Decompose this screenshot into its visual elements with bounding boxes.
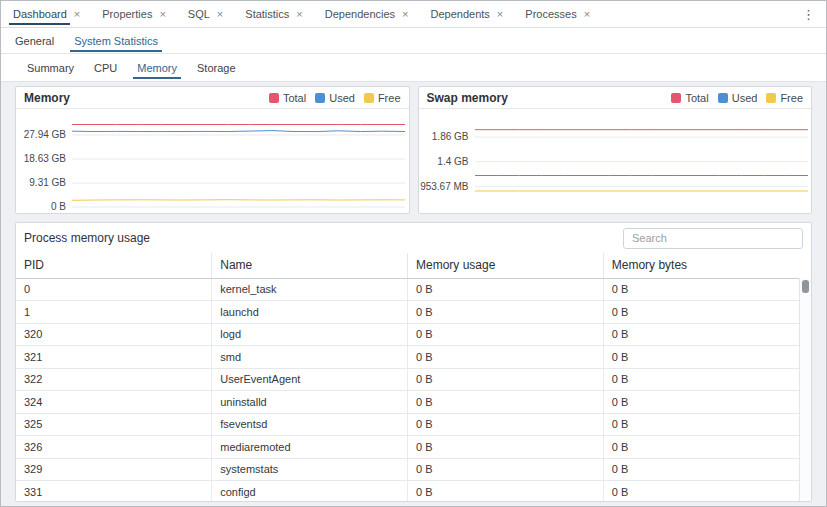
table-cell: 0 B (603, 278, 799, 301)
table-cell: 0 B (408, 413, 604, 436)
table-cell: 320 (16, 323, 212, 346)
tab-system-statistics[interactable]: System Statistics (64, 28, 168, 53)
tab-label: Dependencies (325, 8, 395, 20)
table-cell: 0 B (408, 436, 604, 459)
close-icon[interactable]: × (296, 9, 302, 20)
tab-storage[interactable]: Storage (187, 54, 246, 81)
table-body: 0kernel_task0 B0 B1launchd0 B0 B320logd0… (16, 278, 799, 502)
column-header-pid[interactable]: PID (16, 253, 212, 278)
tab-statistics[interactable]: Statistics× (235, 1, 314, 27)
swap-chart-header: Swap memory TotalUsedFree (419, 87, 812, 109)
tab-label: Dashboard (13, 8, 67, 20)
legend-item-free: Free (766, 92, 803, 104)
tab-processes[interactable]: Processes× (515, 1, 602, 27)
table-cell: smd (212, 346, 408, 369)
swap-chart-title: Swap memory (427, 91, 508, 105)
memory-chart-legend: TotalUsedFree (269, 92, 401, 104)
memory-chart-header: Memory TotalUsedFree (16, 87, 409, 109)
tab-label: Statistics (245, 8, 289, 20)
close-icon[interactable]: × (584, 9, 590, 20)
table-cell: 0 B (408, 346, 604, 369)
search-input[interactable] (623, 228, 803, 249)
legend-label: Free (780, 92, 803, 104)
table-cell: mediaremoted (212, 436, 408, 459)
table-cell: 0 B (603, 301, 799, 324)
tab-dependents[interactable]: Dependents× (421, 1, 516, 27)
table-cell: 0 B (408, 301, 604, 324)
table-row[interactable]: 320logd0 B0 B (16, 323, 799, 346)
tab-dashboard[interactable]: Dashboard× (3, 1, 92, 27)
swap-chart-yaxis: 953.67 MB1.4 GB1.86 GB (419, 109, 475, 213)
tab-dependencies[interactable]: Dependencies× (315, 1, 421, 27)
tab-label: SQL (188, 8, 210, 20)
tab-summary[interactable]: Summary (17, 54, 84, 81)
table-row[interactable]: 329systemstats0 B0 B (16, 458, 799, 481)
table-row[interactable]: 322UserEventAgent0 B0 B (16, 368, 799, 391)
used-swatch-icon (315, 93, 325, 103)
memory-chart-title: Memory (24, 91, 70, 105)
table-header-row: PIDNameMemory usageMemory bytes (16, 253, 799, 278)
table-scrollbar-thumb[interactable] (802, 280, 809, 293)
table-cell: 321 (16, 346, 212, 369)
column-header-name[interactable]: Name (212, 253, 408, 278)
y-axis-tick: 9.31 GB (29, 177, 66, 188)
table-cell: 329 (16, 458, 212, 481)
close-icon[interactable]: × (159, 9, 165, 20)
table-cell: 0 B (603, 413, 799, 436)
swap-chart: 953.67 MB1.4 GB1.86 GB (419, 109, 812, 213)
total-swatch-icon (269, 93, 279, 103)
tab-label: Processes (525, 8, 576, 20)
close-icon[interactable]: × (74, 9, 80, 20)
close-icon[interactable]: × (497, 9, 503, 20)
tab-label: General (15, 35, 54, 47)
process-table-title: Process memory usage (24, 231, 150, 245)
free-swatch-icon (766, 93, 776, 103)
table-cell: 1 (16, 301, 212, 324)
tab-label: System Statistics (74, 35, 158, 47)
table-row[interactable]: 331configd0 B0 B (16, 481, 799, 503)
column-header-memory-bytes[interactable]: Memory bytes (603, 253, 799, 278)
legend-label: Total (685, 92, 708, 104)
table-row[interactable]: 325fseventsd0 B0 B (16, 413, 799, 436)
legend-item-free: Free (364, 92, 401, 104)
main-tab-bar: Dashboard×Properties×SQL×Statistics×Depe… (1, 1, 826, 28)
y-axis-tick: 27.94 GB (24, 129, 66, 140)
column-header-memory-usage[interactable]: Memory usage (408, 253, 604, 278)
legend-label: Free (378, 92, 401, 104)
table-row[interactable]: 326mediaremoted0 B0 B (16, 436, 799, 459)
memory-chart: 0 B9.31 GB18.63 GB27.94 GB (16, 109, 409, 213)
tab-general[interactable]: General (5, 28, 64, 53)
table-cell: 0 (16, 278, 212, 301)
table-cell: configd (212, 481, 408, 503)
legend-item-total: Total (269, 92, 306, 104)
tab-memory[interactable]: Memory (127, 54, 187, 81)
table-cell: 0 B (603, 481, 799, 503)
table-row[interactable]: 0kernel_task0 B0 B (16, 278, 799, 301)
table-cell: 324 (16, 391, 212, 414)
table-row[interactable]: 321smd0 B0 B (16, 346, 799, 369)
tab-properties[interactable]: Properties× (92, 1, 178, 27)
table-row[interactable]: 324uninstalld0 B0 B (16, 391, 799, 414)
tab-label: Storage (197, 62, 236, 74)
main-tabs: Dashboard×Properties×SQL×Statistics×Depe… (3, 1, 602, 27)
close-icon[interactable]: × (217, 9, 223, 20)
close-icon[interactable]: × (402, 9, 408, 20)
table-cell: 0 B (408, 458, 604, 481)
table-scrollbar[interactable] (799, 278, 811, 501)
tab-label: Properties (102, 8, 152, 20)
table-row[interactable]: 1launchd0 B0 B (16, 301, 799, 324)
process-memory-panel: Process memory usage PIDNameMemory usage… (15, 222, 812, 502)
tab-cpu[interactable]: CPU (84, 54, 127, 81)
table-cell: launchd (212, 301, 408, 324)
table-cell: systemstats (212, 458, 408, 481)
table-cell: uninstalld (212, 391, 408, 414)
y-axis-tick: 0 B (51, 201, 66, 212)
tab-sql[interactable]: SQL× (178, 1, 235, 27)
process-table-header: Process memory usage (16, 223, 811, 253)
table-cell: 322 (16, 368, 212, 391)
table-cell: 325 (16, 413, 212, 436)
memory-chart-panel: Memory TotalUsedFree 0 B9.31 GB18.63 GB2… (15, 86, 410, 214)
process-table: PIDNameMemory usageMemory bytes 0kernel_… (16, 253, 799, 502)
more-options-icon[interactable]: ⋮ (798, 6, 819, 23)
free-swatch-icon (364, 93, 374, 103)
